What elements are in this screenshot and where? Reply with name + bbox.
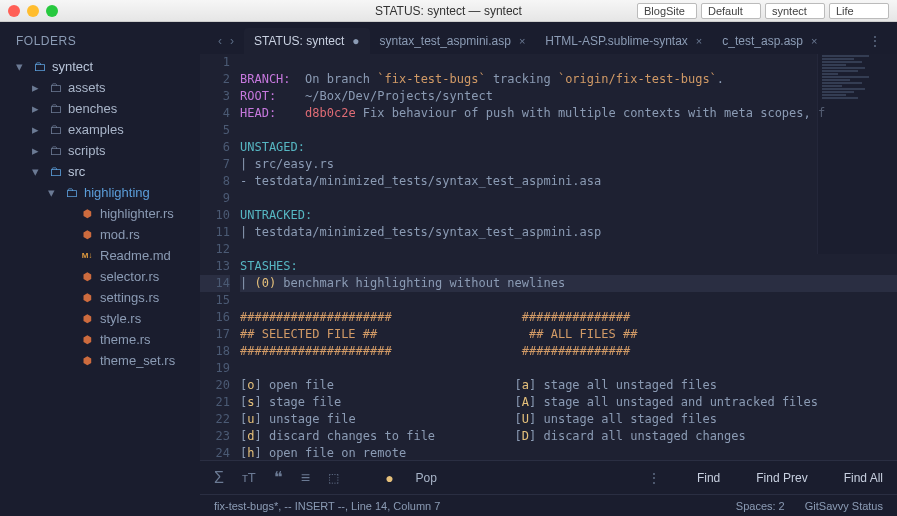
folder-open-icon: 🗀: [32, 61, 46, 73]
titlebar-tab[interactable]: BlogSite: [637, 3, 697, 19]
rust-file-icon: ⬢: [80, 355, 94, 367]
file-item[interactable]: ⬢theme.rs: [0, 329, 200, 350]
tree-item-label: theme_set.rs: [100, 353, 175, 368]
editor-tab[interactable]: c_test_asp.asp×: [712, 28, 827, 54]
minimize-icon[interactable]: [27, 5, 39, 17]
rust-file-icon: ⬢: [80, 292, 94, 304]
file-item[interactable]: M↓Readme.md: [0, 245, 200, 266]
tree-item-label: assets: [68, 80, 106, 95]
tree-item-label: Readme.md: [100, 248, 171, 263]
editor-tab[interactable]: HTML-ASP.sublime-syntax×: [535, 28, 712, 54]
folder-item[interactable]: ▸🗀scripts: [0, 140, 200, 161]
file-item[interactable]: ⬢selector.rs: [0, 266, 200, 287]
main-area: FOLDERS ▾🗀syntect▸🗀assets▸🗀benches▸🗀exam…: [0, 22, 897, 516]
tab-menu-icon[interactable]: ⋮: [855, 28, 897, 54]
editor-tab[interactable]: STATUS: syntect●: [244, 28, 370, 54]
tree-item-label: syntect: [52, 59, 93, 74]
status-syntax[interactable]: GitSavvy Status: [805, 500, 883, 512]
status-bar: fix-test-bugs*, -- INSERT --, Line 14, C…: [200, 494, 897, 516]
titlebar-tab[interactable]: Life: [829, 3, 889, 19]
titlebar-tab[interactable]: Default: [701, 3, 761, 19]
file-item[interactable]: ⬢settings.rs: [0, 287, 200, 308]
maximize-icon[interactable]: [46, 5, 58, 17]
tree-item-label: examples: [68, 122, 124, 137]
sidebar: FOLDERS ▾🗀syntect▸🗀assets▸🗀benches▸🗀exam…: [0, 22, 200, 516]
nav-forward-icon[interactable]: ›: [230, 34, 234, 48]
more-icon[interactable]: ⋮: [648, 471, 661, 485]
tree-item-label: mod.rs: [100, 227, 140, 242]
tree-item-label: selector.rs: [100, 269, 159, 284]
folder-item[interactable]: ▾🗀syntect: [0, 56, 200, 77]
find-toolbar: Σ тT ❝ ≡ ⬚ ● Pop ⋮ Find Find Prev Find A…: [200, 460, 897, 494]
rust-file-icon: ⬢: [80, 334, 94, 346]
tab-label: HTML-ASP.sublime-syntax: [545, 34, 688, 48]
titlebar: STATUS: syntect — syntect BlogSite Defau…: [0, 0, 897, 22]
rust-file-icon: ⬢: [80, 271, 94, 283]
tree-item-label: style.rs: [100, 311, 141, 326]
window-controls: [8, 5, 58, 17]
tree-item-label: highlighting: [84, 185, 150, 200]
markdown-file-icon: M↓: [80, 250, 94, 262]
editor: ‹ › STATUS: syntect●syntax_test_aspmini.…: [200, 22, 897, 516]
find-all-button[interactable]: Find All: [844, 471, 883, 485]
tab-label: syntax_test_aspmini.asp: [380, 34, 511, 48]
folder-item[interactable]: ▸🗀examples: [0, 119, 200, 140]
folder-item[interactable]: ▾🗀highlighting: [0, 182, 200, 203]
close-tab-icon[interactable]: ×: [811, 35, 817, 47]
folder-icon: 🗀: [48, 103, 62, 115]
folder-open-icon: 🗀: [64, 187, 78, 199]
file-item[interactable]: ⬢mod.rs: [0, 224, 200, 245]
file-item[interactable]: ⬢style.rs: [0, 308, 200, 329]
rust-file-icon: ⬢: [80, 313, 94, 325]
code-content[interactable]: BRANCH: On branch `fix-test-bugs` tracki…: [240, 54, 897, 460]
close-tab-icon[interactable]: ×: [519, 35, 525, 47]
nav-arrows: ‹ ›: [208, 34, 244, 54]
nav-back-icon[interactable]: ‹: [218, 34, 222, 48]
rust-file-icon: ⬢: [80, 229, 94, 241]
pop-label[interactable]: Pop: [416, 471, 437, 485]
line-gutter: 1234567891011121314151617181920212223242…: [200, 54, 240, 460]
editor-tab[interactable]: syntax_test_aspmini.asp×: [370, 28, 536, 54]
tree-item-label: theme.rs: [100, 332, 151, 347]
tree-item-label: benches: [68, 101, 117, 116]
rust-file-icon: ⬢: [80, 208, 94, 220]
wrap-icon[interactable]: ≡: [301, 469, 310, 487]
status-left[interactable]: fix-test-bugs*, -- INSERT --, Line 14, C…: [214, 500, 440, 512]
titlebar-tab[interactable]: syntect: [765, 3, 825, 19]
tree-item-label: src: [68, 164, 85, 179]
tab-label: STATUS: syntect: [254, 34, 344, 48]
sigma-icon[interactable]: Σ: [214, 469, 224, 487]
tab-bar: ‹ › STATUS: syntect●syntax_test_aspmini.…: [200, 22, 897, 54]
titlebar-tabs: BlogSite Default syntect Life: [637, 3, 889, 19]
file-item[interactable]: ⬢theme_set.rs: [0, 350, 200, 371]
file-item[interactable]: ⬢highlighter.rs: [0, 203, 200, 224]
folder-item[interactable]: ▸🗀assets: [0, 77, 200, 98]
selection-icon[interactable]: ⬚: [328, 471, 339, 485]
find-prev-button[interactable]: Find Prev: [756, 471, 807, 485]
tree-item-label: scripts: [68, 143, 106, 158]
status-spaces[interactable]: Spaces: 2: [736, 500, 785, 512]
tree-item-label: settings.rs: [100, 290, 159, 305]
text-size-icon[interactable]: тT: [242, 470, 256, 485]
folder-item[interactable]: ▸🗀benches: [0, 98, 200, 119]
folder-icon: 🗀: [48, 124, 62, 136]
find-button[interactable]: Find: [697, 471, 720, 485]
minimap[interactable]: [817, 54, 897, 254]
folder-item[interactable]: ▾🗀src: [0, 161, 200, 182]
quote-icon[interactable]: ❝: [274, 468, 283, 487]
tree-item-label: highlighter.rs: [100, 206, 174, 221]
code-area[interactable]: 1234567891011121314151617181920212223242…: [200, 54, 897, 460]
folder-open-icon: 🗀: [48, 166, 62, 178]
lightbulb-icon[interactable]: ●: [385, 470, 393, 486]
folders-header: FOLDERS: [0, 30, 200, 56]
folder-icon: 🗀: [48, 145, 62, 157]
tab-label: c_test_asp.asp: [722, 34, 803, 48]
close-tab-icon[interactable]: ×: [696, 35, 702, 47]
folder-icon: 🗀: [48, 82, 62, 94]
file-tree: ▾🗀syntect▸🗀assets▸🗀benches▸🗀examples▸🗀sc…: [0, 56, 200, 371]
close-icon[interactable]: [8, 5, 20, 17]
dirty-indicator-icon: ●: [352, 34, 359, 48]
